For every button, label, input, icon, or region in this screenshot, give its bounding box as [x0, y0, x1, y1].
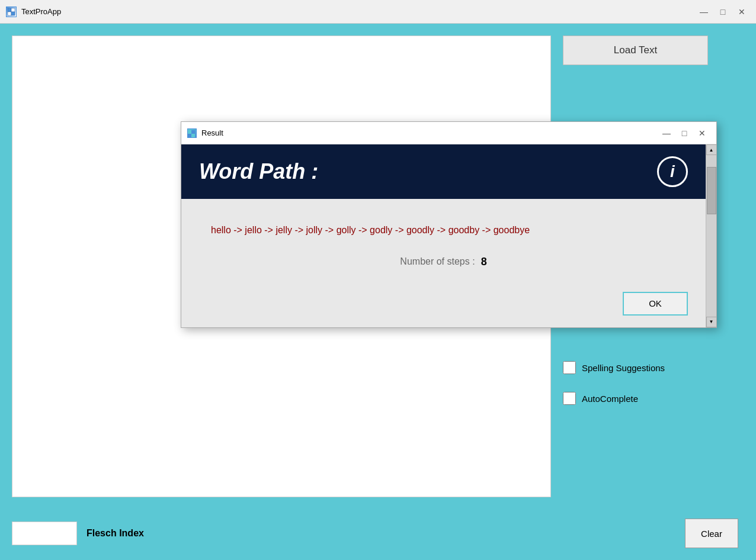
svg-rect-7 [191, 134, 195, 137]
dialog-title-text: Result [201, 128, 223, 137]
dialog-maximize-button[interactable]: □ [676, 127, 693, 140]
load-text-button[interactable]: Load Text [563, 36, 708, 65]
autocomplete-label: AutoComplete [582, 394, 638, 404]
svg-rect-1 [11, 8, 15, 12]
dialog-minimize-button[interactable]: — [658, 127, 675, 140]
autocomplete-row: AutoComplete [563, 392, 708, 405]
clear-button[interactable]: Clear [685, 519, 738, 548]
steps-row: Number of steps : 8 [211, 256, 676, 268]
scroll-down-arrow[interactable]: ▼ [706, 317, 717, 327]
dialog-app-icon [187, 128, 197, 138]
dialog-header: Word Path : i [181, 144, 706, 199]
maximize-button[interactable]: □ [715, 5, 731, 18]
options-container: Spelling Suggestions AutoComplete [563, 361, 708, 405]
spelling-suggestions-checkbox[interactable] [563, 361, 576, 374]
main-content: Load Text Spelling Suggestions AutoCompl… [0, 24, 756, 560]
app-title: TextProApp [21, 7, 61, 16]
dialog-body: hello -> jello -> jelly -> jolly -> goll… [181, 199, 706, 286]
dialog-title-left: Result [187, 128, 223, 138]
dialog-title-bar: Result — □ ✕ [181, 122, 716, 144]
svg-rect-2 [8, 12, 11, 15]
dialog-controls: — □ ✕ [658, 127, 710, 140]
svg-rect-0 [8, 8, 11, 12]
svg-rect-5 [191, 130, 195, 134]
minimize-button[interactable]: — [696, 5, 712, 18]
bottom-bar: Flesch Index Clear [12, 519, 756, 548]
flesch-label: Flesch Index [87, 528, 144, 539]
title-bar-left: TextProApp [6, 7, 61, 17]
dialog-header-title: Word Path : [199, 159, 318, 184]
window-controls: — □ ✕ [696, 5, 750, 18]
flesch-input[interactable] [12, 522, 77, 545]
svg-rect-6 [188, 134, 191, 137]
dialog-close-button[interactable]: ✕ [694, 127, 710, 140]
close-button[interactable]: ✕ [733, 5, 750, 18]
scroll-thumb[interactable] [707, 167, 716, 214]
result-dialog[interactable]: Result — □ ✕ Word Path : i hell [181, 121, 717, 328]
info-icon[interactable]: i [657, 156, 688, 187]
title-bar: TextProApp — □ ✕ [0, 0, 756, 24]
autocomplete-checkbox[interactable] [563, 392, 576, 405]
app-icon [6, 7, 17, 17]
steps-value: 8 [481, 256, 487, 268]
ok-button[interactable]: OK [623, 292, 688, 316]
spelling-suggestions-label: Spelling Suggestions [582, 363, 665, 373]
dialog-scrollbar[interactable]: ▲ ▼ [706, 144, 716, 327]
svg-rect-4 [188, 130, 191, 134]
svg-rect-3 [11, 12, 15, 15]
scroll-up-arrow[interactable]: ▲ [706, 144, 717, 155]
spelling-suggestions-row: Spelling Suggestions [563, 361, 708, 374]
steps-label: Number of steps : [400, 256, 475, 267]
word-path-text: hello -> jello -> jelly -> jolly -> goll… [211, 223, 676, 238]
dialog-footer: OK [181, 286, 706, 327]
